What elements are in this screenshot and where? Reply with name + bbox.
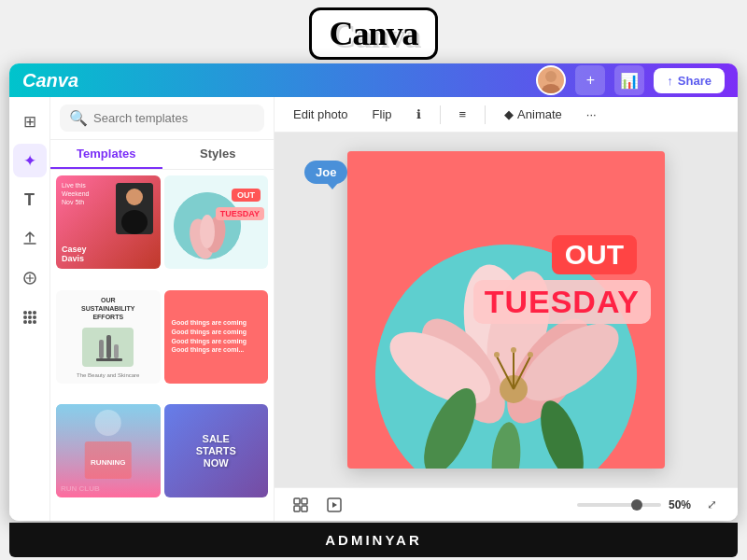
search-bar: 🔍: [50, 97, 274, 140]
svg-rect-44: [302, 498, 307, 504]
svg-rect-22: [96, 358, 122, 361]
main-content: ⊞ ✦ T: [9, 97, 738, 521]
bottom-bar: 50% ⤢: [275, 487, 738, 521]
add-collaborator-button[interactable]: +: [575, 65, 605, 95]
svg-point-5: [33, 311, 36, 315]
joe-collaborator-bubble: Joe: [304, 161, 347, 184]
tab-templates[interactable]: Templates: [50, 140, 162, 169]
top-bar: Canva + 📊 ↑ Share: [9, 63, 738, 97]
canvas-wrapper: Joe: [275, 133, 738, 487]
svg-point-9: [23, 320, 27, 324]
search-icon: 🔍: [69, 109, 88, 127]
templates-panel: 🔍 Templates Styles Live thisWeekendNov 5…: [50, 97, 275, 521]
bottom-right: 50% ⤢: [577, 492, 725, 518]
template-sale-text: SALESTARTSNOW: [196, 433, 236, 470]
svg-point-4: [28, 311, 32, 315]
grid-view-button[interactable]: [288, 492, 314, 518]
svg-rect-46: [302, 506, 307, 511]
footer-label: ADMINYAR: [9, 523, 738, 557]
canvas-tuesday-text: TUESDAY: [473, 280, 651, 324]
svg-point-14: [121, 210, 148, 234]
share-icon: ↑: [667, 74, 673, 88]
tabs-row: Templates Styles: [50, 140, 274, 170]
svg-rect-45: [294, 506, 300, 511]
animate-label: Animate: [517, 107, 562, 121]
sidebar-item-text[interactable]: T: [13, 183, 47, 217]
more-options-button[interactable]: ···: [581, 104, 602, 125]
info-button[interactable]: ℹ: [411, 104, 427, 125]
flip-label: Flip: [373, 107, 392, 121]
svg-point-1: [542, 84, 560, 93]
template-item-good-things[interactable]: Good things are comingGood things are co…: [164, 290, 269, 384]
search-input-wrap: 🔍: [60, 105, 264, 132]
search-input[interactable]: [93, 111, 255, 125]
sidebar-item-layout[interactable]: ⊞: [13, 105, 47, 138]
analytics-button[interactable]: 📊: [614, 65, 644, 95]
animate-button[interactable]: ◆ Animate: [499, 104, 568, 125]
template-item-out-tuesday[interactable]: OUT TUESDAY: [164, 175, 269, 269]
app-container: Canva + 📊 ↑ Share ⊞ ✦ T: [9, 63, 738, 521]
svg-rect-43: [294, 498, 300, 504]
template-item-casey-davis[interactable]: Live thisWeekendNov 5th CaseyDavis: [56, 175, 161, 269]
edit-toolbar: Edit photo Flip ℹ ≡ ◆ Animate ··: [275, 97, 738, 133]
template-casey-name: CaseyDavis: [62, 245, 87, 263]
canvas-area: Edit photo Flip ℹ ≡ ◆ Animate ··: [275, 97, 738, 521]
top-bar-right: + 📊 ↑ Share: [536, 65, 725, 95]
svg-point-7: [28, 315, 32, 319]
template-sustainability-title: OURSUSTAINABILITYEFFORTS: [81, 296, 134, 321]
svg-marker-48: [332, 502, 337, 508]
sidebar-item-elements[interactable]: ✦: [13, 144, 47, 177]
svg-point-39: [528, 352, 533, 357]
zoom-percentage: 50%: [669, 498, 691, 511]
zoom-slider[interactable]: [577, 503, 661, 507]
svg-point-38: [511, 347, 516, 353]
svg-point-10: [28, 320, 32, 324]
tab-styles[interactable]: Styles: [162, 140, 275, 169]
template-good-things-text: Good things are comingGood things are co…: [172, 318, 261, 355]
svg-point-8: [33, 315, 36, 319]
play-button[interactable]: [321, 492, 347, 518]
svg-point-6: [23, 315, 27, 319]
canva-logo: Canva: [22, 70, 78, 91]
top-canva-logo: Canva: [309, 7, 437, 60]
template-item-run-club[interactable]: RUNNING RUN CLUB: [56, 404, 161, 497]
canvas-circle: [375, 245, 637, 469]
canvas-out-text: OUT: [552, 235, 637, 274]
toolbar-separator-2: [485, 105, 486, 124]
canvas-design[interactable]: OUT TUESDAY: [347, 151, 665, 469]
templates-grid: Live thisWeekendNov 5th CaseyDavis: [50, 170, 274, 521]
svg-rect-19: [99, 340, 104, 358]
svg-point-3: [23, 311, 27, 315]
svg-rect-21: [114, 344, 119, 358]
align-icon: ≡: [459, 107, 467, 121]
svg-point-13: [126, 189, 143, 205]
svg-rect-20: [106, 335, 111, 358]
bottom-left: [288, 492, 347, 518]
animate-icon: ◆: [504, 107, 514, 121]
svg-point-0: [545, 71, 557, 82]
zoom-thumb: [631, 499, 642, 511]
share-button[interactable]: ↑ Share: [654, 68, 725, 93]
template-item-sustainability[interactable]: OURSUSTAINABILITYEFFORTS The Beauty and …: [56, 290, 161, 384]
info-icon: ℹ: [416, 107, 421, 121]
svg-point-37: [494, 352, 500, 357]
svg-point-23: [95, 410, 121, 436]
template-casey-photo: [116, 183, 153, 234]
template-item-sale[interactable]: SALESTARTSNOW: [164, 404, 269, 497]
edit-photo-button[interactable]: Edit photo: [288, 104, 354, 125]
avatar[interactable]: [536, 65, 566, 95]
side-icons: ⊞ ✦ T: [9, 97, 50, 521]
sidebar-item-apps[interactable]: [13, 301, 47, 334]
toolbar-separator-1: [440, 105, 441, 124]
flip-button[interactable]: Flip: [367, 104, 398, 125]
sidebar-item-upload[interactable]: [13, 222, 47, 256]
svg-point-18: [200, 215, 215, 248]
fullscreen-button[interactable]: ⤢: [698, 492, 725, 518]
svg-point-11: [33, 320, 36, 324]
svg-text:RUNNING: RUNNING: [91, 458, 125, 467]
more-icon: ···: [586, 107, 597, 121]
align-button[interactable]: ≡: [454, 104, 472, 125]
template-sustainability-subtitle: The Beauty and Skincare: [77, 372, 139, 378]
edit-photo-label: Edit photo: [293, 107, 348, 121]
sidebar-item-share-link[interactable]: [13, 261, 47, 295]
